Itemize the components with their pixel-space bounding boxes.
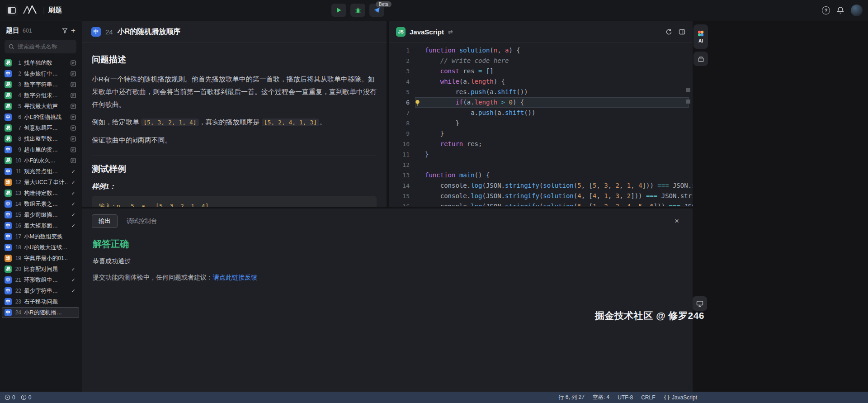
problem-number: 3 [14, 81, 21, 88]
code-line[interactable]: 5 res.push(a.shift()) [389, 87, 693, 97]
code-line[interactable]: 11} [389, 149, 693, 160]
line-number: 11 [389, 149, 410, 160]
help-icon[interactable]: ? [822, 6, 830, 14]
code-line[interactable]: 9 } [389, 128, 693, 139]
problem-list-item[interactable]: 中24小R的随机播… [2, 307, 79, 318]
code-text: res.push(a.shift()) [425, 87, 528, 97]
difficulty-badge: 易 [5, 59, 12, 66]
run-button[interactable] [331, 4, 346, 17]
code-line[interactable]: 7 a.push(a.shift()) [389, 108, 693, 118]
sidebar-toggle-icon[interactable] [6, 5, 18, 16]
debug-button[interactable] [350, 4, 365, 17]
problem-list-item[interactable]: 难12最大UCC子串计…✓ [2, 177, 79, 188]
encoding[interactable]: UTF-8 [618, 394, 633, 401]
divider [43, 7, 43, 14]
difficulty-badge: 难 [5, 179, 12, 186]
problem-list-item[interactable]: 易4数字分组求… [2, 90, 79, 101]
gift-button[interactable] [693, 52, 708, 66]
glyph-margin [410, 180, 425, 191]
reset-code-icon[interactable] [665, 28, 672, 35]
problem-number: 10 [14, 157, 21, 164]
editor-settings-icon[interactable] [679, 28, 685, 35]
problem-list-item[interactable]: 易8找出整型数… [2, 133, 79, 144]
language-label[interactable]: JavaScript [410, 28, 444, 36]
problem-list-item[interactable]: 中18小U的最大连续… [2, 242, 79, 253]
code-line[interactable]: 6 if(a.length > 0) { [389, 97, 693, 108]
glyph-margin [410, 191, 425, 201]
problem-list-item[interactable]: 易7创意标题匹… [2, 123, 79, 133]
search-box[interactable] [5, 40, 76, 53]
indent-setting[interactable]: 空格: 4 [593, 394, 609, 401]
problem-list-item[interactable]: 难19字典序最小的01… [2, 253, 79, 264]
ai-assistant-button[interactable]: AI [693, 24, 708, 49]
add-problem-button[interactable]: + [71, 28, 75, 34]
code-line[interactable]: 10 return res; [389, 139, 693, 149]
code-text: } [425, 128, 444, 139]
errors-indicator[interactable]: 0 [5, 394, 15, 401]
problem-list-item[interactable]: 中23石子移动问题 [2, 296, 79, 307]
language-mode[interactable]: {}JavaScript [664, 394, 697, 401]
code-line[interactable]: 2 // write code here [389, 56, 693, 66]
code-line[interactable]: 8 } [389, 118, 693, 128]
problem-list-item[interactable]: 中15最少前缀操…✓ [2, 209, 79, 220]
code-line[interactable]: 1function solution(n, a) { [389, 45, 693, 56]
code-line[interactable]: 16 console.log(JSON.stringify(solution(6… [389, 201, 693, 206]
feedback-link[interactable]: 请点此链接反馈 [213, 274, 257, 281]
code-text: console.log(JSON.stringify(solution(6, [… [425, 201, 693, 206]
problem-list-item[interactable]: 中11观光景点组…✓ [2, 166, 79, 177]
code-line[interactable]: 14 console.log(JSON.stringify(solution(5… [389, 180, 693, 191]
problem-list-item[interactable]: 中16最大矩形面…✓ [2, 220, 79, 231]
output-panel: 输出 调试控制台 × 解答正确 恭喜成功通过 提交功能内测体验中，任何问题或者建… [82, 209, 693, 392]
problem-list-item[interactable]: 易20比赛配对问题✓ [2, 264, 79, 275]
problem-list-item[interactable]: 中21环形数组中…✓ [2, 275, 79, 285]
problem-title: 最少前缀操… [24, 211, 67, 219]
error-icon [5, 394, 10, 400]
code-line[interactable]: 4 while(a.length) { [389, 76, 693, 87]
eol-setting[interactable]: CRLF [641, 394, 655, 401]
problem-title: 小U的最大连续… [24, 244, 67, 251]
doc-icon [70, 114, 76, 120]
line-number: 1 [389, 45, 410, 56]
code-line[interactable]: 13function main() { [389, 170, 693, 180]
monitor-button[interactable] [693, 296, 707, 311]
problem-number: 19 [14, 255, 21, 261]
problem-list-item[interactable]: 易3数字字符串… [2, 79, 79, 90]
difficulty-badge: 中 [5, 233, 12, 240]
cursor-position[interactable]: 行 6, 列 27 [558, 394, 584, 401]
problem-list-item[interactable]: 易1找单独的数 [2, 57, 79, 68]
code-editor[interactable]: 1function solution(n, a) {2 // write cod… [389, 43, 693, 206]
avatar[interactable] [851, 5, 863, 16]
close-icon[interactable]: × [675, 217, 683, 226]
problem-number: 7 [14, 125, 21, 131]
problem-list-item[interactable]: 中14数组元素之…✓ [2, 199, 79, 209]
problem-list-item[interactable]: 易10小F的永久… [2, 155, 79, 166]
search-input[interactable] [18, 43, 72, 50]
warnings-indicator[interactable]: 0 [21, 394, 32, 401]
doc-icon [70, 71, 76, 76]
mountain-logo-icon[interactable] [23, 4, 38, 17]
bell-icon[interactable] [837, 6, 844, 14]
tab-debug-console[interactable]: 调试控制台 [125, 215, 159, 228]
sample-heading: 测试样例 [92, 163, 377, 175]
filter-icon[interactable] [62, 28, 68, 33]
swap-language-icon[interactable]: ⇄ [448, 28, 453, 35]
problem-number: 14 [14, 201, 21, 207]
code-text: const res = [] [425, 66, 494, 76]
code-text: return res; [425, 139, 482, 149]
code-line[interactable]: 15 console.log(JSON.stringify(solution(4… [389, 191, 693, 201]
problem-list-item[interactable]: 中2徒步旅行中… [2, 68, 79, 79]
code-line[interactable]: 3 const res = [] [389, 66, 693, 76]
problem-list-item[interactable]: 易13构造特定数…✓ [2, 188, 79, 199]
difficulty-badge: 中 [5, 114, 12, 121]
problem-list-item[interactable]: 中17小M的数组变换 [2, 231, 79, 242]
problem-count: 601 [23, 28, 59, 34]
problem-list-item[interactable]: 易5寻找最大葫芦 [2, 101, 79, 112]
problem-list-item[interactable]: 中22最少字符串…✓ [2, 285, 79, 296]
check-icon: ✓ [70, 180, 76, 185]
code-line[interactable]: 12 [389, 160, 693, 170]
problem-list-item[interactable]: 中6小E的怪物挑战 [2, 112, 79, 123]
glyph-margin [410, 128, 425, 139]
problem-list-item[interactable]: 中9超市里的货… [2, 144, 79, 155]
tab-output[interactable]: 输出 [92, 214, 118, 228]
overview-ruler-mark [686, 88, 690, 92]
